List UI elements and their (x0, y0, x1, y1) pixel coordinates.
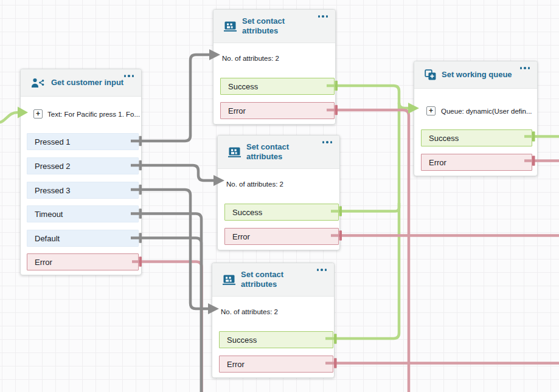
node-title: Set contact attributes (241, 270, 299, 290)
more-options-icon[interactable] (322, 141, 333, 143)
branch-default: Default (27, 230, 139, 247)
branch-label: Error (227, 360, 245, 369)
branch-error: Error (224, 228, 339, 245)
connector-gci-error (132, 262, 202, 392)
node-title: Set contact attributes (246, 142, 304, 162)
node-summary-text: No. of attributes: 2 (222, 55, 279, 62)
branch-success: Success (421, 129, 532, 146)
branch-label: Default (35, 234, 60, 243)
branch-timeout: Timeout (27, 205, 139, 222)
connector-sca2-success (331, 203, 399, 211)
branch-label: Timeout (35, 210, 63, 219)
branch-pressed-2: Pressed 2 (27, 157, 139, 174)
branch-label: Error (35, 258, 52, 267)
node-header: Set contact attributes (218, 136, 339, 169)
branch-label: Error (228, 106, 246, 115)
branch-label: Error (232, 232, 250, 241)
branch-label: Success (429, 134, 459, 143)
node-set-contact-attributes-1[interactable]: Set contact attributes No. of attributes… (213, 9, 336, 125)
branch-label: Error (429, 158, 446, 167)
node-set-contact-attributes-2[interactable]: Set contact attributes No. of attributes… (217, 135, 340, 250)
more-options-icon[interactable] (317, 269, 327, 271)
branch-label: Pressed 1 (35, 137, 71, 146)
branch-success: Success (219, 331, 333, 348)
branch-error: Error (27, 253, 139, 270)
node-get-customer-input[interactable]: Get customer input + Text: For Pacific p… (20, 69, 142, 275)
node-title: Get customer input (51, 78, 123, 88)
node-title: Set working queue (442, 70, 512, 80)
branch-label: Success (228, 82, 258, 91)
node-header: Set contact attributes (214, 10, 335, 43)
node-summary-text: No. of attributes: 2 (221, 308, 278, 315)
contact-attributes-icon (228, 147, 241, 157)
more-options-icon[interactable] (124, 75, 134, 77)
more-options-icon[interactable] (520, 67, 530, 69)
expand-button[interactable]: + (33, 109, 43, 119)
branch-pressed-1: Pressed 1 (27, 133, 139, 150)
branch-error: Error (219, 356, 333, 373)
node-summary-text: No. of attributes: 2 (226, 181, 283, 188)
branch-error: Error (421, 154, 532, 171)
branch-success: Success (224, 204, 339, 221)
node-summary-text: Text: For Pacific press 1. Fo... (47, 111, 140, 118)
expand-button[interactable]: + (426, 106, 436, 115)
node-set-contact-attributes-3[interactable]: Set contact attributes No. of attributes… (212, 263, 335, 378)
more-options-icon[interactable] (318, 15, 328, 18)
node-summary-text: Queue: dynamic(User defin... (441, 108, 532, 115)
branch-pressed-3: Pressed 3 (27, 182, 139, 199)
node-summary-row: No. of attributes: 2 (218, 181, 339, 188)
node-header: Set contact attributes (212, 263, 334, 297)
connector-pressed-1 (131, 55, 209, 141)
connector-pressed-2 (131, 165, 214, 181)
node-title: Set contact attributes (242, 16, 300, 36)
node-header: Set working queue (414, 61, 537, 89)
node-set-working-queue[interactable]: Set working queue + Queue: dynamic(User … (414, 61, 538, 176)
node-header: Get customer input (21, 69, 141, 97)
branch-label: Success (232, 208, 262, 217)
node-summary-row: No. of attributes: 2 (214, 55, 335, 62)
contact-attributes-icon (224, 21, 237, 32)
branch-label: Success (227, 335, 257, 345)
connector-pressed-3 (131, 190, 208, 309)
node-summary-row: + Queue: dynamic(User defin... (414, 106, 537, 115)
branch-error: Error (220, 102, 335, 119)
flow-canvas[interactable]: Get customer input + Text: For Pacific p… (0, 0, 559, 392)
connector-entry (0, 112, 18, 123)
get-customer-input-icon (31, 78, 46, 88)
working-queue-icon (425, 69, 436, 81)
contact-attributes-icon (223, 275, 235, 285)
branch-success: Success (220, 78, 335, 95)
node-summary-row: No. of attributes: 2 (212, 308, 334, 315)
branch-label: Pressed 2 (35, 162, 71, 171)
connector-wq-input (399, 103, 408, 108)
branch-label: Pressed 3 (35, 186, 71, 195)
node-summary-row: + Text: For Pacific press 1. Fo... (21, 109, 141, 119)
